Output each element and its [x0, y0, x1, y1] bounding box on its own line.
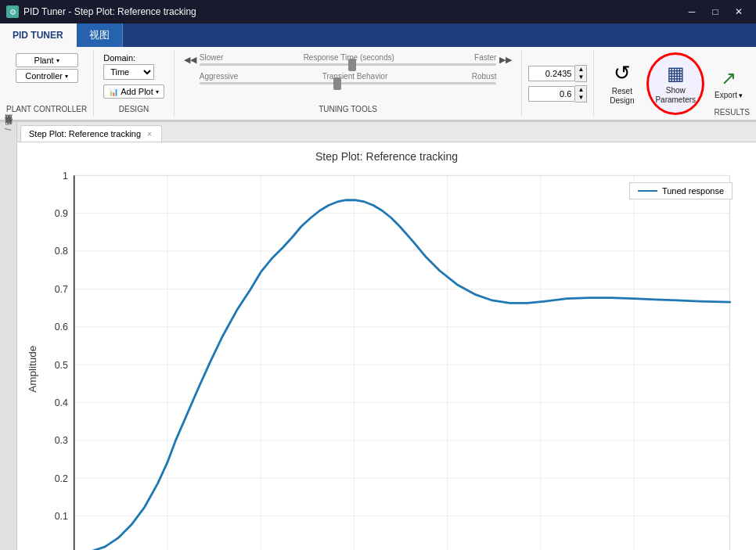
svg-text:Amplitude: Amplitude	[27, 346, 38, 393]
design-section: Domain: Time Frequency 📊 Add Plot ▾ D	[94, 50, 175, 117]
maximize-button[interactable]: □	[704, 4, 726, 20]
ribbon: PID TUNER 视图 Plant ▾ Controller ▾ PLANT …	[0, 23, 756, 122]
controller-button[interactable]: Controller ▾	[16, 69, 78, 83]
reset-design-label: ResetDesign	[610, 87, 634, 106]
response-time-up[interactable]: ▲	[575, 66, 586, 74]
response-slider-track	[200, 63, 497, 66]
export-dropdown-arrow: ▾	[739, 92, 743, 99]
tab-bar: Step Plot: Reference tracking ×	[17, 122, 756, 142]
add-plot-button[interactable]: 📊 Add Plot ▾	[103, 84, 164, 99]
svg-text:0.7: 0.7	[55, 284, 68, 295]
reset-icon: ↺	[614, 61, 631, 85]
controller-dropdown-arrow: ▾	[65, 73, 68, 80]
close-button[interactable]: ✕	[728, 4, 750, 20]
chart-container: Tuned response	[25, 167, 748, 550]
transient-down[interactable]: ▼	[575, 94, 586, 102]
slower-arrow[interactable]: ◀◀	[184, 55, 196, 65]
add-plot-icon: 📊	[109, 88, 118, 96]
ribbon-body: Plant ▾ Controller ▾ PLANT CONTROLLER Do…	[0, 47, 756, 121]
plot-title: Step Plot: Reference tracking	[25, 150, 748, 163]
domain-row: Domain:	[103, 53, 164, 63]
transient-slider-track	[200, 82, 497, 84]
window-controls: ─ □ ✕	[681, 4, 750, 20]
robust-label: Robust	[472, 72, 497, 81]
transient-up[interactable]: ▲	[575, 86, 586, 94]
tab-title: Step Plot: Reference tracking	[29, 129, 141, 138]
reset-design-button[interactable]: ↺ ResetDesign	[600, 52, 643, 115]
svg-text:0.6: 0.6	[55, 322, 68, 333]
export-label-row: Export ▾	[715, 91, 743, 100]
main-area: 教程/测量器 Step Plot: Reference tracking × S…	[0, 122, 756, 550]
window-title: PID Tuner - Step Plot: Reference trackin…	[23, 6, 196, 17]
add-plot-arrow: ▾	[156, 88, 159, 95]
response-time-input[interactable]	[528, 66, 575, 81]
slider-area: ◀◀ Slower Response Time (seconds) Faster…	[184, 53, 513, 84]
transient-label: Transient Behavior	[322, 72, 388, 81]
svg-text:0.8: 0.8	[55, 246, 68, 257]
svg-text:0.4: 0.4	[55, 397, 68, 408]
svg-text:0.9: 0.9	[55, 208, 68, 219]
app-icon: ⚙	[6, 5, 19, 18]
svg-text:0.2: 0.2	[55, 473, 68, 484]
plant-controller-area: Plant ▾ Controller ▾	[16, 53, 78, 83]
tuning-section: ◀◀ Slower Response Time (seconds) Faster…	[175, 50, 523, 117]
tab-view[interactable]: 视图	[77, 23, 123, 47]
chart-legend: Tuned response	[629, 182, 733, 200]
legend-label: Tuned response	[662, 186, 724, 196]
value-input-row-1: ▲ ▼	[528, 65, 587, 82]
value-input-row-2: ▲ ▼	[528, 85, 587, 102]
show-params-icon: ▦	[667, 63, 685, 84]
svg-rect-0	[74, 175, 730, 550]
value-section: ▲ ▼ ▲ ▼	[522, 50, 594, 117]
sidebar-label: 教程/测量器	[3, 125, 14, 134]
faster-arrow[interactable]: ▶▶	[499, 55, 512, 65]
export-button[interactable]: ↗ Export ▾	[707, 52, 750, 115]
legend-line	[638, 190, 657, 192]
plant-controller-label: PLANT CONTROLLER	[6, 105, 87, 113]
tuning-label: TUNING TOOLS	[184, 105, 513, 113]
svg-text:0.1: 0.1	[55, 511, 68, 522]
ribbon-tab-bar: PID TUNER 视图	[0, 23, 756, 47]
plant-button[interactable]: Plant ▾	[16, 53, 78, 67]
design-label: DESIGN	[103, 105, 164, 113]
domain-label: Domain:	[103, 53, 135, 63]
transient-input[interactable]	[528, 86, 575, 102]
faster-label: Faster	[474, 53, 496, 62]
left-sidebar: 教程/测量器	[0, 122, 17, 550]
results-section: ↺ ResetDesign ▦ ShowParameters ↗ Export …	[594, 50, 756, 117]
show-parameters-button[interactable]: ▦ ShowParameters	[646, 52, 704, 115]
chart-svg: 0 0.2 0.4 0.6 0.8 1 1.2 Time (seconds) 0…	[25, 167, 748, 550]
domain-select[interactable]: Time Frequency	[103, 64, 154, 80]
svg-text:1: 1	[63, 171, 68, 182]
slower-label: Slower	[200, 53, 224, 62]
response-time-spinner: ▲ ▼	[575, 65, 587, 82]
svg-text:0.5: 0.5	[55, 360, 68, 371]
plant-controller-section: Plant ▾ Controller ▾ PLANT CONTROLLER	[0, 50, 94, 117]
plot-area: Step Plot: Reference tracking Tuned resp…	[17, 142, 756, 550]
show-parameters-label: ShowParameters	[655, 86, 696, 105]
aggressive-label: Aggressive	[200, 72, 238, 81]
plant-dropdown-arrow: ▾	[56, 57, 59, 64]
svg-text:0.3: 0.3	[55, 435, 68, 446]
content-area: Step Plot: Reference tracking × Step Plo…	[17, 122, 756, 550]
response-time-down[interactable]: ▼	[575, 74, 586, 81]
tab-close-button[interactable]: ×	[146, 130, 153, 138]
transient-spinner: ▲ ▼	[575, 85, 587, 102]
minimize-button[interactable]: ─	[681, 4, 703, 20]
transient-slider-thumb[interactable]	[333, 77, 341, 90]
title-bar: ⚙ PID Tuner - Step Plot: Reference track…	[0, 0, 756, 23]
step-plot-tab[interactable]: Step Plot: Reference tracking ×	[20, 125, 162, 142]
response-slider-thumb[interactable]	[348, 59, 356, 71]
tab-pid-tuner[interactable]: PID TUNER	[0, 23, 77, 47]
results-label: RESULTS	[715, 108, 750, 117]
export-icon: ↗	[721, 67, 736, 89]
title-bar-left: ⚙ PID Tuner - Step Plot: Reference track…	[6, 5, 196, 18]
export-label: Export	[715, 91, 737, 100]
